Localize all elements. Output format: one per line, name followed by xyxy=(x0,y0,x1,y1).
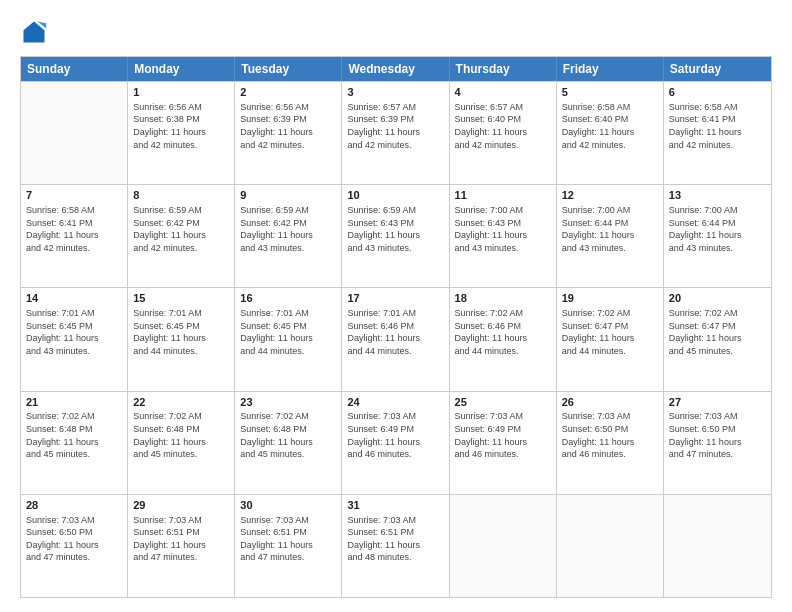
cell-content: Sunrise: 7:01 AMSunset: 6:45 PMDaylight:… xyxy=(133,307,229,357)
day-number: 23 xyxy=(240,395,336,410)
day-number: 16 xyxy=(240,291,336,306)
day-number: 4 xyxy=(455,85,551,100)
calendar-header-cell: Saturday xyxy=(664,57,771,81)
day-number: 11 xyxy=(455,188,551,203)
cell-content: Sunrise: 6:56 AMSunset: 6:39 PMDaylight:… xyxy=(240,101,336,151)
day-number: 27 xyxy=(669,395,766,410)
calendar-cell: 24Sunrise: 7:03 AMSunset: 6:49 PMDayligh… xyxy=(342,392,449,494)
calendar-cell: 20Sunrise: 7:02 AMSunset: 6:47 PMDayligh… xyxy=(664,288,771,390)
calendar-row: 28Sunrise: 7:03 AMSunset: 6:50 PMDayligh… xyxy=(21,494,771,597)
cell-content: Sunrise: 7:03 AMSunset: 6:51 PMDaylight:… xyxy=(240,514,336,564)
calendar-row: 21Sunrise: 7:02 AMSunset: 6:48 PMDayligh… xyxy=(21,391,771,494)
cell-content: Sunrise: 6:58 AMSunset: 6:41 PMDaylight:… xyxy=(26,204,122,254)
calendar-header-cell: Monday xyxy=(128,57,235,81)
day-number: 9 xyxy=(240,188,336,203)
cell-content: Sunrise: 6:59 AMSunset: 6:42 PMDaylight:… xyxy=(240,204,336,254)
calendar-cell: 7Sunrise: 6:58 AMSunset: 6:41 PMDaylight… xyxy=(21,185,128,287)
day-number: 1 xyxy=(133,85,229,100)
cell-content: Sunrise: 6:57 AMSunset: 6:39 PMDaylight:… xyxy=(347,101,443,151)
cell-content: Sunrise: 7:00 AMSunset: 6:43 PMDaylight:… xyxy=(455,204,551,254)
calendar-cell: 8Sunrise: 6:59 AMSunset: 6:42 PMDaylight… xyxy=(128,185,235,287)
calendar-cell xyxy=(450,495,557,597)
day-number: 13 xyxy=(669,188,766,203)
cell-content: Sunrise: 7:01 AMSunset: 6:45 PMDaylight:… xyxy=(240,307,336,357)
day-number: 12 xyxy=(562,188,658,203)
calendar-cell: 18Sunrise: 7:02 AMSunset: 6:46 PMDayligh… xyxy=(450,288,557,390)
cell-content: Sunrise: 7:03 AMSunset: 6:49 PMDaylight:… xyxy=(455,410,551,460)
day-number: 18 xyxy=(455,291,551,306)
calendar-cell: 14Sunrise: 7:01 AMSunset: 6:45 PMDayligh… xyxy=(21,288,128,390)
calendar-cell: 6Sunrise: 6:58 AMSunset: 6:41 PMDaylight… xyxy=(664,82,771,184)
page: SundayMondayTuesdayWednesdayThursdayFrid… xyxy=(0,0,792,612)
calendar-header-cell: Tuesday xyxy=(235,57,342,81)
calendar-cell: 23Sunrise: 7:02 AMSunset: 6:48 PMDayligh… xyxy=(235,392,342,494)
calendar-cell xyxy=(664,495,771,597)
cell-content: Sunrise: 6:58 AMSunset: 6:41 PMDaylight:… xyxy=(669,101,766,151)
calendar-cell: 21Sunrise: 7:02 AMSunset: 6:48 PMDayligh… xyxy=(21,392,128,494)
cell-content: Sunrise: 7:02 AMSunset: 6:48 PMDaylight:… xyxy=(26,410,122,460)
day-number: 28 xyxy=(26,498,122,513)
calendar-cell xyxy=(557,495,664,597)
calendar-cell: 28Sunrise: 7:03 AMSunset: 6:50 PMDayligh… xyxy=(21,495,128,597)
cell-content: Sunrise: 7:00 AMSunset: 6:44 PMDaylight:… xyxy=(562,204,658,254)
calendar-cell: 12Sunrise: 7:00 AMSunset: 6:44 PMDayligh… xyxy=(557,185,664,287)
day-number: 10 xyxy=(347,188,443,203)
cell-content: Sunrise: 7:03 AMSunset: 6:51 PMDaylight:… xyxy=(347,514,443,564)
calendar-cell: 1Sunrise: 6:56 AMSunset: 6:38 PMDaylight… xyxy=(128,82,235,184)
day-number: 31 xyxy=(347,498,443,513)
cell-content: Sunrise: 7:01 AMSunset: 6:45 PMDaylight:… xyxy=(26,307,122,357)
day-number: 7 xyxy=(26,188,122,203)
logo xyxy=(20,18,52,46)
day-number: 15 xyxy=(133,291,229,306)
calendar-cell xyxy=(21,82,128,184)
day-number: 19 xyxy=(562,291,658,306)
cell-content: Sunrise: 7:02 AMSunset: 6:48 PMDaylight:… xyxy=(133,410,229,460)
calendar-cell: 2Sunrise: 6:56 AMSunset: 6:39 PMDaylight… xyxy=(235,82,342,184)
day-number: 6 xyxy=(669,85,766,100)
calendar-cell: 26Sunrise: 7:03 AMSunset: 6:50 PMDayligh… xyxy=(557,392,664,494)
day-number: 14 xyxy=(26,291,122,306)
cell-content: Sunrise: 6:59 AMSunset: 6:42 PMDaylight:… xyxy=(133,204,229,254)
day-number: 29 xyxy=(133,498,229,513)
day-number: 5 xyxy=(562,85,658,100)
calendar-cell: 29Sunrise: 7:03 AMSunset: 6:51 PMDayligh… xyxy=(128,495,235,597)
cell-content: Sunrise: 7:02 AMSunset: 6:46 PMDaylight:… xyxy=(455,307,551,357)
cell-content: Sunrise: 7:02 AMSunset: 6:47 PMDaylight:… xyxy=(669,307,766,357)
cell-content: Sunrise: 7:02 AMSunset: 6:48 PMDaylight:… xyxy=(240,410,336,460)
svg-marker-0 xyxy=(24,22,45,43)
cell-content: Sunrise: 7:03 AMSunset: 6:50 PMDaylight:… xyxy=(669,410,766,460)
calendar-body: 1Sunrise: 6:56 AMSunset: 6:38 PMDaylight… xyxy=(21,81,771,597)
day-number: 8 xyxy=(133,188,229,203)
cell-content: Sunrise: 7:03 AMSunset: 6:50 PMDaylight:… xyxy=(562,410,658,460)
calendar-header-cell: Wednesday xyxy=(342,57,449,81)
calendar-header-cell: Thursday xyxy=(450,57,557,81)
calendar-cell: 11Sunrise: 7:00 AMSunset: 6:43 PMDayligh… xyxy=(450,185,557,287)
day-number: 2 xyxy=(240,85,336,100)
calendar-row: 7Sunrise: 6:58 AMSunset: 6:41 PMDaylight… xyxy=(21,184,771,287)
day-number: 24 xyxy=(347,395,443,410)
cell-content: Sunrise: 7:03 AMSunset: 6:50 PMDaylight:… xyxy=(26,514,122,564)
calendar-cell: 13Sunrise: 7:00 AMSunset: 6:44 PMDayligh… xyxy=(664,185,771,287)
calendar-header: SundayMondayTuesdayWednesdayThursdayFrid… xyxy=(21,57,771,81)
cell-content: Sunrise: 7:00 AMSunset: 6:44 PMDaylight:… xyxy=(669,204,766,254)
calendar-cell: 31Sunrise: 7:03 AMSunset: 6:51 PMDayligh… xyxy=(342,495,449,597)
day-number: 17 xyxy=(347,291,443,306)
cell-content: Sunrise: 7:03 AMSunset: 6:51 PMDaylight:… xyxy=(133,514,229,564)
calendar-header-cell: Sunday xyxy=(21,57,128,81)
calendar-header-cell: Friday xyxy=(557,57,664,81)
calendar-cell: 10Sunrise: 6:59 AMSunset: 6:43 PMDayligh… xyxy=(342,185,449,287)
calendar-cell: 17Sunrise: 7:01 AMSunset: 6:46 PMDayligh… xyxy=(342,288,449,390)
calendar-cell: 25Sunrise: 7:03 AMSunset: 6:49 PMDayligh… xyxy=(450,392,557,494)
day-number: 25 xyxy=(455,395,551,410)
calendar-cell: 3Sunrise: 6:57 AMSunset: 6:39 PMDaylight… xyxy=(342,82,449,184)
calendar-cell: 22Sunrise: 7:02 AMSunset: 6:48 PMDayligh… xyxy=(128,392,235,494)
day-number: 22 xyxy=(133,395,229,410)
calendar-cell: 19Sunrise: 7:02 AMSunset: 6:47 PMDayligh… xyxy=(557,288,664,390)
calendar-cell: 30Sunrise: 7:03 AMSunset: 6:51 PMDayligh… xyxy=(235,495,342,597)
cell-content: Sunrise: 6:59 AMSunset: 6:43 PMDaylight:… xyxy=(347,204,443,254)
calendar-row: 14Sunrise: 7:01 AMSunset: 6:45 PMDayligh… xyxy=(21,287,771,390)
calendar-cell: 16Sunrise: 7:01 AMSunset: 6:45 PMDayligh… xyxy=(235,288,342,390)
cell-content: Sunrise: 6:56 AMSunset: 6:38 PMDaylight:… xyxy=(133,101,229,151)
cell-content: Sunrise: 7:02 AMSunset: 6:47 PMDaylight:… xyxy=(562,307,658,357)
calendar-row: 1Sunrise: 6:56 AMSunset: 6:38 PMDaylight… xyxy=(21,81,771,184)
